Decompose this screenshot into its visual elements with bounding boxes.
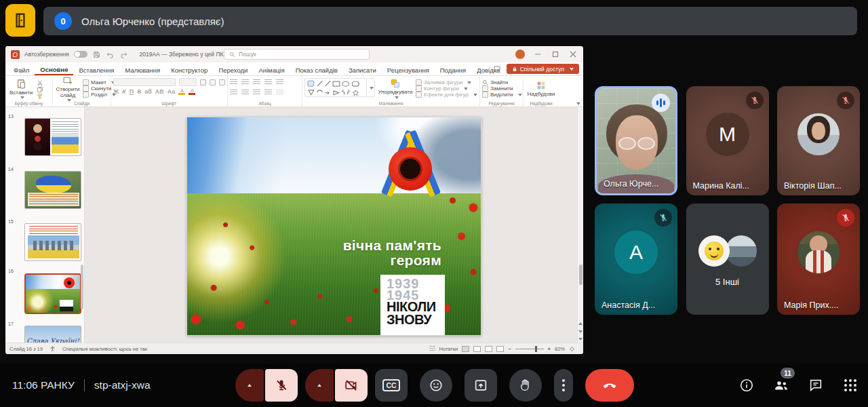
undo-icon[interactable] [106, 50, 115, 59]
next-slide-icon[interactable] [578, 330, 583, 333]
app-window-icon[interactable] [5, 4, 35, 37]
presenter-banner[interactable]: 0 Ольга Юрченко (представляє) [43, 7, 857, 35]
autosave-toggle[interactable] [74, 51, 87, 58]
zoom-out-icon[interactable]: − [508, 346, 511, 352]
copy-icon[interactable] [37, 86, 43, 93]
captions-button[interactable]: CC [375, 369, 408, 402]
next-slide-double-icon[interactable] [578, 338, 583, 341]
participants-button[interactable]: 11 [773, 377, 789, 393]
participant-tile-maryna[interactable]: M Марина Калі... [686, 86, 769, 195]
meeting-details-button[interactable] [738, 377, 755, 393]
line-spacing-icon[interactable] [276, 79, 283, 85]
redo-icon[interactable] [119, 50, 128, 59]
participant-tile-viktoria[interactable]: Вікторія Шап... [777, 86, 860, 195]
present-screen-button[interactable] [465, 369, 497, 402]
tab-insert[interactable]: Вставлення [73, 62, 119, 75]
align-left-icon[interactable] [230, 90, 237, 96]
grow-font-icon[interactable] [200, 79, 206, 85]
underline-button[interactable]: П [130, 88, 134, 95]
participant-tile-others[interactable]: 5 Інші [686, 204, 769, 315]
slide-sorter-view-icon[interactable] [473, 346, 481, 352]
addins-button[interactable]: Надбудови [526, 78, 557, 99]
slide-thumbnail-13[interactable] [24, 118, 81, 156]
chat-button[interactable] [808, 377, 824, 393]
shape-effects-button[interactable]: Ефекти для фігур [416, 92, 477, 98]
bullets-icon[interactable] [230, 79, 237, 85]
camera-options-button[interactable] [305, 369, 334, 402]
fit-to-window-icon[interactable] [569, 346, 575, 352]
slide-thumbnail-16-selected[interactable] [24, 273, 81, 314]
account-avatar[interactable] [515, 50, 525, 59]
participant-tile-anastasia[interactable]: А Анастасія Д... [595, 204, 677, 315]
highlight-color-button[interactable]: А [178, 89, 185, 95]
mic-muted-button[interactable] [265, 369, 298, 402]
accessibility-status[interactable]: Спеціальні можливості: щось не так [62, 346, 147, 352]
zoom-level[interactable]: 82% [555, 346, 565, 352]
justify-icon[interactable] [264, 90, 272, 96]
clear-format-icon[interactable] [219, 79, 225, 85]
tab-home[interactable]: Основне [35, 62, 73, 75]
zoom-slider[interactable] [515, 349, 544, 349]
indent-increase-icon[interactable] [264, 79, 272, 85]
scrollbar-thumb[interactable] [579, 265, 583, 285]
paste-button[interactable]: Вставити [7, 78, 35, 99]
tab-transitions[interactable]: Переходи [213, 62, 253, 75]
columns-icon[interactable] [276, 90, 283, 96]
bold-button[interactable]: Ж [113, 88, 119, 95]
shape-outline-button[interactable]: Контур фігури [416, 85, 477, 92]
participant-tile-maria[interactable]: Марія Прих.... [777, 204, 860, 315]
arrange-button[interactable]: Упорядкувати [377, 78, 414, 99]
font-size-select[interactable] [179, 78, 197, 86]
panel-scrollbar[interactable] [81, 265, 83, 309]
find-button[interactable]: Знайти [482, 79, 522, 85]
case-button[interactable]: АВ [155, 88, 164, 95]
slide-thumbnail-15[interactable] [24, 223, 81, 261]
cut-icon[interactable] [37, 79, 43, 86]
raise-hand-button[interactable] [509, 369, 542, 402]
previous-slide-icon[interactable] [578, 322, 583, 325]
shapes-more-icon[interactable] [366, 79, 373, 97]
tab-file[interactable]: Файл [8, 62, 35, 75]
normal-view-icon[interactable] [462, 346, 469, 352]
align-right-icon[interactable] [253, 90, 260, 96]
mic-options-button[interactable] [235, 369, 264, 402]
shapes-gallery[interactable] [304, 78, 375, 97]
aa-button[interactable]: Аа [167, 88, 176, 95]
leave-call-button[interactable] [585, 369, 634, 402]
italic-button[interactable]: К [122, 88, 126, 95]
share-button[interactable]: Спільний доступ [507, 64, 579, 74]
reading-view-icon[interactable] [485, 346, 492, 352]
replace-button[interactable]: Замінити [482, 85, 522, 92]
close-button[interactable] [568, 50, 578, 58]
current-slide[interactable]: вічна пам'ять героям 1939 1945 НІКОЛИ ЗН… [186, 117, 481, 336]
more-options-button[interactable] [554, 369, 573, 402]
slideshow-view-icon[interactable] [496, 346, 504, 352]
char-spacing-button[interactable]: аб [144, 88, 152, 95]
slide-thumbnail-14[interactable] [24, 171, 81, 209]
comments-icon[interactable] [493, 65, 501, 73]
tab-record[interactable]: Записати [343, 62, 382, 75]
select-button[interactable]: Виділити [482, 92, 522, 98]
tab-review[interactable]: Рецензування [382, 62, 435, 75]
font-name-select[interactable] [113, 78, 176, 86]
shape-fill-button[interactable]: Заливка фігури [416, 79, 477, 85]
tab-view[interactable]: Подання [435, 62, 471, 75]
save-icon[interactable] [92, 50, 101, 59]
slide-scrollbar[interactable] [577, 107, 583, 343]
numbering-icon[interactable] [241, 79, 249, 85]
tab-draw[interactable]: Малювання [119, 62, 165, 75]
zoom-in-icon[interactable]: + [548, 346, 551, 352]
search-box[interactable]: Пошук [224, 49, 370, 60]
camera-off-button[interactable] [335, 369, 368, 402]
maximize-button[interactable] [551, 50, 560, 58]
font-color-button[interactable]: А [189, 89, 195, 95]
strikethrough-button[interactable]: S [137, 88, 141, 95]
tab-design[interactable]: Конструктор [165, 62, 213, 75]
collapse-ribbon-icon[interactable] [576, 102, 580, 105]
indent-decrease-icon[interactable] [253, 79, 260, 85]
format-painter-icon[interactable] [37, 93, 43, 100]
reactions-button[interactable] [420, 369, 452, 402]
minimize-button[interactable] [533, 50, 542, 58]
shrink-font-icon[interactable] [210, 79, 216, 85]
participant-tile-olga[interactable]: Ольга Юрче... [595, 86, 677, 195]
